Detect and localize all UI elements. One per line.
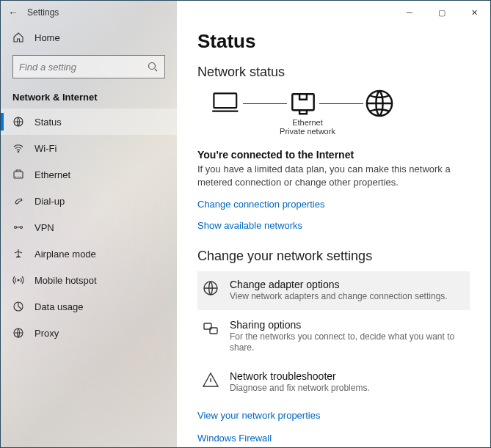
sidebar-item-airplane[interactable]: Airplane mode [1, 240, 177, 267]
maximize-button[interactable]: ▢ [426, 1, 458, 24]
window-controls: ─ ▢ ✕ [393, 1, 490, 24]
change-adapter-options-row[interactable]: Change adapter options View network adap… [197, 271, 470, 310]
connected-description: If you have a limited data plan, you can… [197, 163, 462, 188]
diagram-line [243, 103, 287, 104]
sidebar-item-vpn[interactable]: VPN [1, 214, 177, 240]
home-label: Home [34, 32, 60, 43]
close-button[interactable]: ✕ [458, 1, 490, 24]
sidebar-section-title: Network & Internet [1, 84, 177, 109]
sidebar-item-dialup[interactable]: Dial-up [1, 188, 177, 214]
dialup-icon [12, 195, 24, 207]
network-diagram [211, 90, 470, 117]
home-icon [12, 32, 24, 43]
search-box[interactable] [12, 55, 165, 78]
connected-heading: You're connected to the Internet [197, 149, 470, 161]
svg-rect-3 [14, 172, 23, 178]
minimize-button[interactable]: ─ [393, 1, 426, 24]
change-connection-properties-link[interactable]: Change connection properties [197, 199, 470, 210]
svg-point-5 [21, 227, 23, 229]
sharing-options-row[interactable]: Sharing options For the networks you con… [197, 312, 470, 361]
sidebar: ← Settings Home Network & Internet [1, 1, 177, 447]
proxy-icon [12, 327, 24, 339]
main-content: Status Network status Ethernet Private n… [177, 1, 490, 447]
change-network-settings-heading: Change your network settings [197, 249, 470, 264]
sidebar-item-label: Status [34, 117, 62, 128]
adapter-globe-icon [202, 279, 219, 297]
connection-name: Ethernet [277, 118, 338, 127]
row-desc: For the networks you connect to, decide … [230, 331, 465, 354]
hotspot-icon [12, 274, 24, 286]
view-network-properties-link[interactable]: View your network properties [197, 407, 470, 424]
airplane-icon [12, 248, 24, 260]
wifi-icon [12, 142, 24, 154]
settings-window: ─ ▢ ✕ ← Settings Home Network & Internet [1, 1, 490, 447]
svg-point-6 [18, 279, 19, 281]
svg-rect-10 [292, 95, 313, 111]
network-troubleshooter-row[interactable]: Network troubleshooter Diagnose and fix … [197, 363, 470, 402]
titlebar: ← Settings [1, 1, 177, 24]
internet-globe-icon [363, 90, 396, 117]
sidebar-item-label: Ethernet [34, 169, 70, 180]
troubleshoot-warning-icon [202, 371, 219, 389]
back-button[interactable]: ← [5, 7, 21, 18]
home-button[interactable]: Home [1, 24, 177, 51]
vpn-icon [12, 221, 24, 233]
sidebar-item-proxy[interactable]: Proxy [1, 320, 177, 346]
search-icon [147, 61, 159, 73]
sidebar-item-status[interactable]: Status [1, 109, 177, 135]
sidebar-item-datausage[interactable]: Data usage [1, 293, 177, 320]
svg-point-2 [18, 151, 18, 152]
diagram-line [319, 103, 363, 104]
svg-rect-9 [214, 94, 236, 109]
data-usage-icon [12, 301, 24, 312]
sharing-icon [202, 320, 219, 337]
sidebar-item-label: Mobile hotspot [34, 275, 97, 286]
sidebar-item-label: Proxy [34, 328, 59, 339]
sidebar-item-label: Airplane mode [34, 249, 96, 260]
page-title: Status [197, 30, 470, 53]
svg-point-4 [15, 227, 17, 229]
show-available-networks-link[interactable]: Show available networks [197, 220, 470, 231]
network-type: Private network [277, 127, 338, 136]
sidebar-item-label: Wi-Fi [34, 143, 57, 154]
svg-point-0 [149, 63, 156, 70]
globe-icon [12, 116, 24, 128]
sidebar-item-wifi[interactable]: Wi-Fi [1, 135, 177, 161]
diagram-labels: Ethernet Private network [277, 118, 338, 136]
pc-icon [211, 90, 243, 117]
router-icon [287, 90, 319, 117]
ethernet-icon [12, 169, 24, 180]
search-input[interactable] [19, 62, 147, 73]
row-desc: Diagnose and fix network problems. [230, 383, 370, 394]
sidebar-item-ethernet[interactable]: Ethernet [1, 161, 177, 188]
row-desc: View network adapters and change connect… [230, 291, 448, 303]
row-title: Network troubleshooter [230, 370, 370, 382]
row-title: Change adapter options [230, 279, 448, 290]
sidebar-item-label: Data usage [34, 301, 84, 312]
row-title: Sharing options [230, 319, 465, 331]
search-container [1, 51, 177, 84]
network-status-heading: Network status [197, 65, 470, 80]
sidebar-item-label: Dial-up [34, 196, 65, 207]
sidebar-item-hotspot[interactable]: Mobile hotspot [1, 267, 177, 293]
sidebar-item-label: VPN [34, 222, 54, 233]
windows-firewall-link[interactable]: Windows Firewall [197, 430, 470, 447]
sidebar-nav: Status Wi-Fi Ethernet Dial-up [1, 109, 177, 346]
app-title: Settings [21, 7, 59, 18]
